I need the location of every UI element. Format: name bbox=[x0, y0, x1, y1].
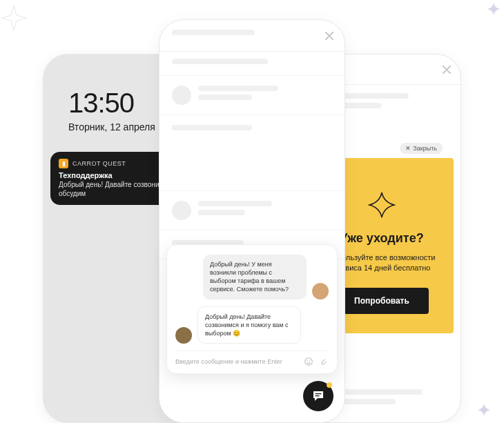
avatar-skeleton bbox=[172, 201, 191, 220]
close-icon: ✕ bbox=[405, 145, 411, 152]
app-icon: ▮ bbox=[59, 159, 68, 168]
message-bubble: Добрый день! Давайте созвонимся и я помо… bbox=[197, 306, 301, 344]
list-item bbox=[159, 76, 345, 115]
close-label: Закрыть bbox=[413, 145, 437, 152]
message-bubble: Добрый день! У меня возникли проблемы с … bbox=[203, 255, 307, 299]
list-item bbox=[159, 115, 345, 191]
attach-icon[interactable] bbox=[319, 357, 329, 366]
sparkle-icon bbox=[368, 191, 396, 219]
svg-point-0 bbox=[305, 358, 313, 366]
browser-header bbox=[159, 20, 345, 52]
avatar bbox=[312, 283, 329, 299]
chat-input[interactable]: Введите сообщение и нажмите Enter bbox=[175, 358, 298, 365]
chat-widget: Добрый день! У меня возникли проблемы с … bbox=[166, 244, 338, 374]
list-item bbox=[159, 191, 345, 230]
chat-message-agent: Добрый день! Давайте созвонимся и я помо… bbox=[175, 306, 329, 344]
sparkle-icon bbox=[487, 3, 500, 15]
svg-point-2 bbox=[309, 360, 310, 361]
chat-input-row: Введите сообщение и нажмите Enter bbox=[175, 351, 329, 366]
avatar bbox=[175, 327, 192, 344]
svg-point-1 bbox=[307, 360, 308, 361]
chat-message-user: Добрый день! У меня возникли проблемы с … bbox=[175, 255, 329, 299]
cta-button[interactable]: Попробовать bbox=[335, 288, 429, 314]
chat-launcher-button[interactable] bbox=[303, 381, 333, 411]
chat-icon bbox=[311, 389, 325, 403]
avatar-skeleton bbox=[172, 86, 191, 105]
phone-chat: Добрый день! У меня возникли проблемы с … bbox=[159, 19, 345, 423]
emoji-icon[interactable] bbox=[304, 357, 313, 366]
notif-app-name: CARROT QUEST bbox=[72, 160, 126, 167]
sparkle-icon bbox=[1, 6, 26, 30]
sparkle-icon bbox=[478, 404, 490, 416]
svg-rect-3 bbox=[316, 393, 322, 394]
close-button[interactable]: ✕ Закрыть bbox=[400, 143, 443, 154]
svg-rect-4 bbox=[316, 395, 320, 396]
skeleton-content bbox=[159, 52, 345, 76]
